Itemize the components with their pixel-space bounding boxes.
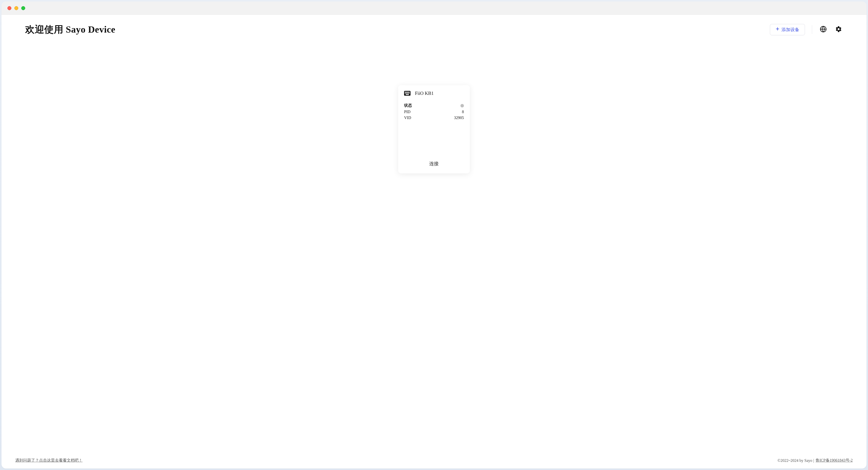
fullscreen-window-icon[interactable] — [21, 6, 25, 10]
svg-rect-10 — [405, 93, 406, 94]
add-device-button[interactable]: 添加设备 — [770, 24, 805, 35]
svg-rect-8 — [408, 92, 409, 92]
svg-rect-12 — [407, 93, 408, 94]
svg-rect-15 — [406, 94, 409, 95]
page-footer: 遇到问题了？点击这里去看看文档吧！ ©2022~2024 by Sayo | 鲁… — [1, 455, 867, 469]
svg-rect-13 — [408, 93, 409, 94]
globe-icon — [820, 26, 827, 34]
device-card-spacer — [404, 120, 464, 157]
language-button[interactable] — [819, 26, 828, 34]
device-name: FiiO KB1 — [415, 91, 434, 96]
svg-rect-9 — [409, 92, 410, 92]
page-title: 欢迎使用 Sayo Device — [25, 23, 116, 36]
svg-rect-14 — [409, 93, 410, 94]
pid-label: PID — [404, 110, 410, 114]
app-window: 欢迎使用 Sayo Device 添加设备 — [1, 1, 867, 469]
device-card-header: FiiO KB1 — [404, 91, 464, 96]
page-header: 欢迎使用 Sayo Device 添加设备 — [1, 15, 867, 41]
device-row-status: 状态 — [404, 103, 464, 108]
add-device-label: 添加设备 — [781, 27, 799, 33]
minimize-window-icon[interactable] — [14, 6, 18, 10]
svg-rect-5 — [405, 92, 406, 92]
icp-link[interactable]: 鲁ICP备19061843号-2 — [816, 458, 853, 463]
help-docs-link[interactable]: 遇到问题了？点击这里去看看文档吧！ — [15, 458, 83, 463]
device-row-pid: PID 8 — [404, 110, 464, 114]
settings-button[interactable] — [834, 26, 843, 34]
footer-right: ©2022~2024 by Sayo | 鲁ICP备19061843号-2 — [778, 458, 853, 463]
gear-icon — [835, 26, 842, 34]
macos-titlebar — [1, 1, 867, 15]
device-row-vid: VID 32905 — [404, 115, 464, 120]
svg-rect-11 — [406, 93, 407, 94]
device-details: 状态 PID 8 VID 32905 — [404, 103, 464, 120]
device-card: FiiO KB1 状态 PID 8 VID 32905 连接 — [398, 85, 470, 173]
keyboard-icon — [404, 91, 410, 96]
header-actions: 添加设备 — [770, 24, 843, 35]
status-indicator-icon — [460, 104, 464, 107]
vid-value: 32905 — [454, 115, 464, 120]
svg-rect-6 — [406, 92, 407, 92]
copyright-text: ©2022~2024 by Sayo | — [778, 459, 814, 463]
traffic-lights — [7, 6, 25, 10]
connect-button[interactable]: 连接 — [404, 157, 464, 169]
vid-label: VID — [404, 115, 411, 120]
status-label: 状态 — [404, 103, 412, 108]
plus-icon — [776, 27, 779, 32]
svg-rect-7 — [407, 92, 408, 92]
pid-value: 8 — [462, 110, 464, 114]
main-content: FiiO KB1 状态 PID 8 VID 32905 连接 — [1, 41, 867, 455]
header-divider — [812, 25, 812, 34]
close-window-icon[interactable] — [7, 6, 11, 10]
